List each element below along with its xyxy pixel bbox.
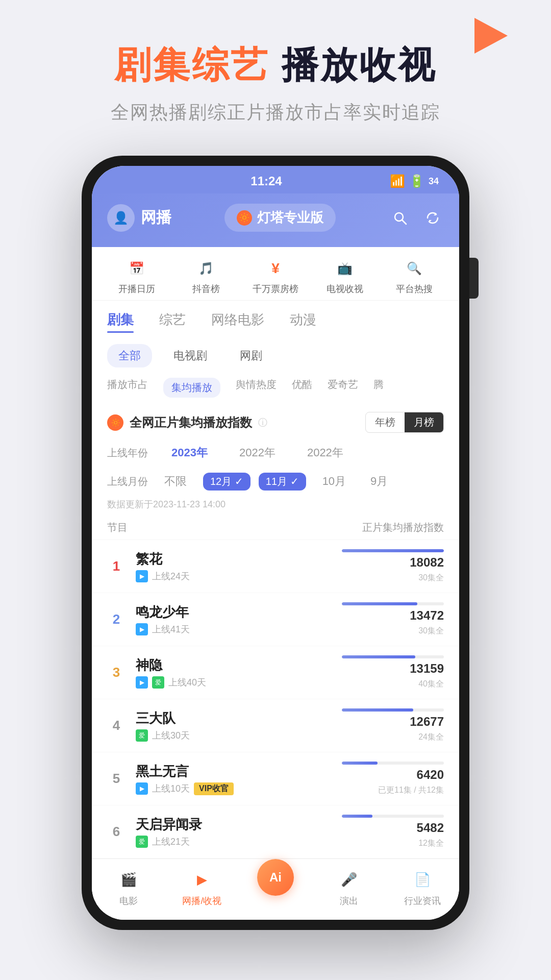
month-9[interactable]: 9月: [362, 472, 396, 491]
list-item[interactable]: 2 鸣龙少年 ▶ 上线41天: [92, 593, 459, 646]
progress-fill-4: [342, 708, 413, 712]
list-item[interactable]: 1 繁花 ▶ 上线24天: [92, 540, 459, 593]
month-10[interactable]: 10月: [314, 472, 354, 491]
header-right: [389, 207, 444, 229]
tab-variety[interactable]: 综艺: [159, 311, 186, 333]
nav-label-search: 平台热搜: [396, 283, 433, 295]
tab-anime[interactable]: 动漫: [290, 311, 316, 333]
nav-movie[interactable]: 🎬 电影: [92, 867, 165, 910]
subtab-tv[interactable]: 电视剧: [162, 344, 218, 368]
month-11[interactable]: 11月 ✓: [259, 473, 306, 491]
rank-2: 2: [107, 611, 126, 627]
side-button: [469, 258, 479, 299]
rank-3: 3: [107, 665, 126, 680]
top-nav: 📅 开播日历 🎵 抖音榜 ¥ 千万票房榜 📺 电视收视 🔍 平台热搜: [92, 247, 459, 301]
online-days-3: 上线40天: [168, 676, 206, 689]
filter-tencent[interactable]: 腾: [373, 378, 384, 398]
nav-item-douyin[interactable]: 🎵 抖音榜: [171, 257, 241, 295]
score-6: 5482: [417, 821, 444, 835]
item-info-2: 鸣龙少年 ▶ 上线41天: [136, 603, 291, 635]
score-1: 18082: [410, 555, 444, 570]
month-12[interactable]: 12月 ✓: [203, 473, 251, 491]
info-icon[interactable]: ⓘ: [258, 416, 267, 429]
nav-broadcast[interactable]: ▶ 网播/收视: [165, 867, 239, 910]
youku-icon-2: ▶: [136, 623, 148, 635]
item-name-1: 繁花: [136, 550, 291, 568]
tab-drama[interactable]: 剧集: [107, 311, 134, 333]
year-2023[interactable]: 2023年: [163, 443, 216, 462]
month-unlimited[interactable]: 不限: [156, 472, 195, 491]
list-item[interactable]: 5 黑土无言 ▶ 上线10天 VIP收官: [92, 752, 459, 805]
filter-row: 播放市占 集均播放 舆情热度 优酷 爱奇艺 腾: [92, 374, 459, 402]
tab-web-movie[interactable]: 网络电影: [211, 311, 264, 333]
nav-performance[interactable]: 🎤 演出: [312, 867, 386, 910]
nav-industry[interactable]: 📄 行业资讯: [386, 867, 459, 910]
refresh-button[interactable]: [421, 207, 444, 229]
nav-movie-label: 电影: [119, 895, 138, 907]
list-item[interactable]: 3 神隐 ▶ 爱 上线40天: [92, 646, 459, 699]
nav-item-boxoffice[interactable]: ¥ 千万票房榜: [241, 257, 310, 295]
year-2022-1[interactable]: 2022年: [231, 443, 284, 462]
filter-iqiyi[interactable]: 爱奇艺: [328, 378, 358, 398]
year-filter: 上线年份 2023年 2022年 2022年: [92, 438, 459, 468]
month-filter-label: 上线月份: [107, 475, 148, 488]
hero-section: 剧集综艺 播放收视 全网热播剧综正片播放市占率实时追踪 11:24 📶 🔋 34: [0, 0, 551, 950]
status-time: 11:24: [143, 174, 390, 188]
month-option-wrap2: 11月 ✓: [259, 473, 306, 491]
filter-sentiment[interactable]: 舆情热度: [236, 378, 277, 398]
item-name-6: 天启异闻录: [136, 816, 291, 834]
progress-fill-5: [342, 762, 378, 765]
list-item[interactable]: 6 天启异闻录 爱 上线21天: [92, 805, 459, 859]
avatar[interactable]: 👤: [107, 204, 135, 232]
app-name: 灯塔专业版: [257, 209, 323, 227]
status-icons: 📶 🔋 34: [390, 174, 439, 188]
list-item[interactable]: 4 三大队 爱 上线30天: [92, 699, 459, 752]
period-tabs: 年榜 月榜: [365, 412, 444, 433]
nav-performance-label: 演出: [340, 895, 358, 907]
ai-center-button[interactable]: Ai: [257, 859, 294, 896]
nav-item-calendar[interactable]: 📅 开播日历: [102, 257, 171, 295]
phone-screen: 11:24 📶 🔋 34 👤 网播 🔆 灯塔专业版: [92, 166, 459, 920]
score-sub-6: 12集全: [418, 838, 444, 849]
nav-item-tv[interactable]: 📺 电视收视: [310, 257, 380, 295]
iqiyi-icon-6: 爱: [136, 836, 148, 848]
item-right-5: 6420 已更11集 / 共12集: [301, 762, 444, 796]
header-center[interactable]: 🔆 灯塔专业版: [224, 204, 336, 232]
nav-label-calendar: 开播日历: [118, 283, 155, 295]
item-info-4: 三大队 爱 上线30天: [136, 709, 291, 742]
online-days-1: 上线24天: [152, 570, 190, 582]
subtab-web[interactable]: 网剧: [229, 344, 273, 368]
item-meta-2: ▶ 上线41天: [136, 623, 291, 635]
progress-fill-2: [342, 602, 417, 605]
score-2: 13472: [410, 608, 444, 623]
progress-fill-1: [342, 549, 444, 552]
rankings-title: 全网正片集均播放指数: [130, 414, 252, 431]
item-right-6: 5482 12集全: [301, 815, 444, 849]
col-program: 节目: [107, 521, 128, 534]
subtab-all[interactable]: 全部: [107, 344, 152, 368]
score-5: 6420: [417, 768, 444, 782]
rankings-header: 🔆 全网正片集均播放指数 ⓘ 年榜 月榜: [92, 402, 459, 438]
youku-icon-3: ▶: [136, 676, 148, 689]
period-month[interactable]: 月榜: [405, 412, 443, 432]
progress-bar-4: [342, 708, 444, 712]
score-sub-1: 30集全: [418, 573, 444, 583]
iqiyi-icon-4: 爱: [136, 729, 148, 742]
progress-bar-3: [342, 655, 444, 658]
search-button[interactable]: [389, 207, 411, 229]
filter-avgplay[interactable]: 集均播放: [163, 378, 220, 398]
period-year[interactable]: 年榜: [366, 412, 405, 432]
nav-item-search[interactable]: 🔍 平台热搜: [380, 257, 449, 295]
year-2022-2[interactable]: 2022年: [299, 443, 352, 462]
progress-bar-1: [342, 549, 444, 552]
filter-playrate[interactable]: 播放市占: [107, 378, 148, 398]
month-option-wrap: 12月 ✓: [203, 473, 251, 491]
tv-icon: 📺: [334, 257, 356, 280]
nav-ai[interactable]: Ai AI: [239, 867, 312, 910]
online-days-4: 上线30天: [152, 729, 190, 742]
score-sub-4: 24集全: [418, 732, 444, 743]
subtitle: 全网热播剧综正片播放市占率实时追踪: [111, 100, 440, 125]
nav-label-douyin: 抖音榜: [192, 283, 220, 295]
filter-youku[interactable]: 优酷: [292, 378, 312, 398]
performance-icon: 🎤: [337, 867, 361, 892]
